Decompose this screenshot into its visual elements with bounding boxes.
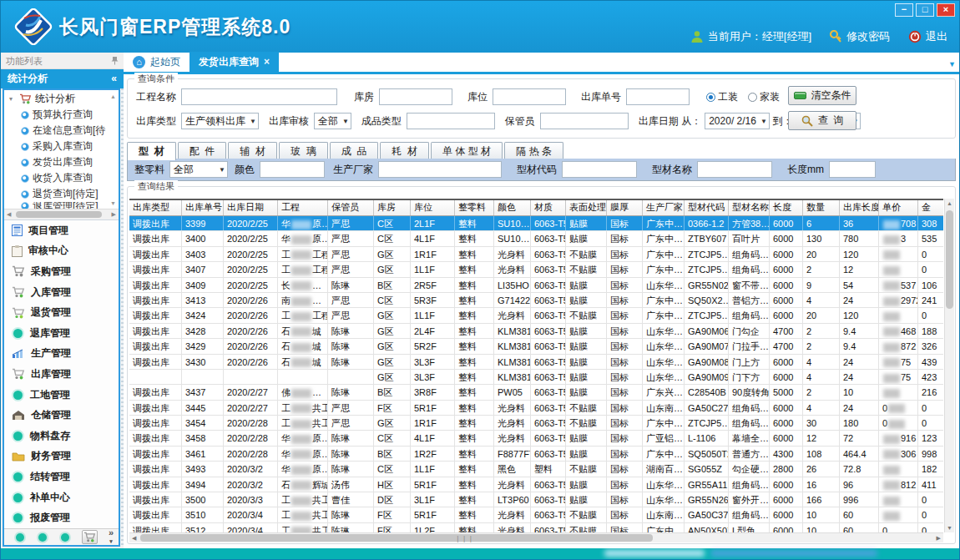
column-header-6[interactable]: 库位	[411, 200, 455, 215]
column-header-14[interactable]: 型材名称	[729, 200, 770, 215]
profile-code-input[interactable]	[562, 161, 637, 178]
table-row[interactable]: 调拨出库34942020/3/2石辉城汤伟H区5R1F整料光身料6063-T5贴…	[129, 477, 943, 492]
sidebar-item-结转管理[interactable]: 结转管理	[4, 467, 119, 487]
sidebar-item-审核中心[interactable]: 审核中心	[4, 241, 119, 262]
tree-item-1[interactable]: 在途信息查询[待	[4, 123, 119, 139]
table-row[interactable]: 调拨出库34282020/2/26石城陈琳G区2L4F整料KLM38176063…	[129, 324, 943, 339]
statistics-section-header[interactable]: 统计分析 «	[1, 69, 124, 88]
material-tab-0[interactable]: 型 材	[127, 142, 176, 160]
table-row[interactable]: 调拨出库34032020/2/25工工程严思G区1R1F整料光身料6063-T5…	[129, 247, 943, 262]
table-row[interactable]: G区3L3F整料KLM38176063-T5贴膜国标山东华…GA90M09…门下…	[129, 370, 943, 385]
tree-horizontal-scrollbar[interactable]: ◀ ▶	[4, 209, 119, 219]
material-tab-3[interactable]: 玻 璃	[279, 142, 328, 159]
horizontal-scrollbar[interactable]: ◀ ❘❘❘ ▶	[129, 532, 943, 542]
logout-button[interactable]: 退出	[908, 29, 947, 44]
table-row[interactable]: 调拨出库34072020/2/25工工程严思G区1L1F整料光身料6063-T5…	[129, 262, 943, 277]
module-dot-icon[interactable]	[16, 533, 24, 542]
column-header-15[interactable]: 长度	[770, 200, 803, 215]
sidebar-item-工地管理[interactable]: 工地管理	[4, 385, 119, 406]
color-input[interactable]	[260, 161, 325, 178]
sidebar-item-物料盘存[interactable]: 物料盘存	[4, 426, 119, 446]
column-header-16[interactable]: 数量	[803, 200, 840, 215]
maximize-button[interactable]: □	[916, 3, 934, 17]
length-input[interactable]	[829, 161, 876, 178]
vertical-scrollbar[interactable]: ▲ ▼	[944, 199, 954, 532]
column-header-1[interactable]: 出库单号	[182, 200, 224, 215]
tree-item-2[interactable]: 采购入库查询	[4, 139, 119, 154]
table-row[interactable]: 调拨出库34612020/2/28华原…陈琳B区1R2F整料F8877FT606…	[129, 446, 943, 462]
product-type-input[interactable]	[407, 113, 495, 129]
scroll-up-icon[interactable]: ▲	[945, 200, 954, 206]
material-tab-2[interactable]: 辅 材	[228, 142, 277, 159]
tab-start-page[interactable]: ⌂ 起始页	[124, 52, 189, 72]
collapse-icon[interactable]: «	[111, 69, 117, 88]
order-no-input[interactable]	[626, 88, 690, 105]
table-row[interactable]: 调拨出库34242020/2/26工工程严思G区1L1F整料光身料6063-T5…	[129, 308, 943, 323]
table-row[interactable]: 调拨出库34542020/2/28工共工程严思G区1R1F整料光身料6063-T…	[129, 416, 943, 431]
column-header-19[interactable]: 金	[918, 200, 943, 215]
tree-expander-icon[interactable]: ▾	[9, 95, 16, 103]
sidebar-item-退货管理[interactable]: 退货管理	[4, 302, 119, 323]
tree-root-statistics[interactable]: ▾ 统计分析	[4, 90, 119, 107]
tab-close-icon[interactable]: ×	[264, 56, 270, 68]
table-row[interactable]: 调拨出库34292020/2/26石城陈琳G区5R2F整料KLM38176063…	[129, 339, 943, 354]
maker-input[interactable]	[378, 161, 502, 178]
module-dot-icon[interactable]	[38, 533, 47, 542]
profile-name-input[interactable]	[697, 161, 772, 178]
table-row[interactable]: 调拨出库34452020/2/27工共工程严思F区5R1F整料光身料6063-T…	[129, 401, 943, 416]
column-header-2[interactable]: 出库日期	[224, 200, 278, 215]
column-header-17[interactable]: 出库长度	[840, 200, 879, 215]
table-row[interactable]: 调拨出库34002020/2/25华原…严思C区4L1F整料SU10…6063-…	[129, 231, 943, 246]
tree-scroll-down-icon[interactable]: ▼	[110, 200, 116, 206]
tree-item-4[interactable]: 收货入库查询	[4, 170, 119, 186]
module-cart-button[interactable]	[82, 530, 98, 544]
table-row[interactable]: 调拨出库34932020/3/2华原…陈琳C区1L1F整料黑色塑料不贴膜国标湖南…	[129, 462, 943, 477]
table-row[interactable]: 调拨出库34092020/2/25长…陈琳B区2R5F整料LI35HO6063-…	[129, 278, 943, 293]
column-header-18[interactable]: 单价	[879, 200, 918, 215]
tree-scroll-up-icon[interactable]: ▲	[110, 93, 116, 99]
table-row[interactable]: 调拨出库35002020/3/3工共工程曹佳D区3L1F整料LT3P606063…	[129, 492, 943, 507]
outbound-audit-combo[interactable]: 全部▼	[314, 113, 351, 129]
table-row[interactable]: 调拨出库33992020/2/25华原…严思C区2L1F整料SU10…6063-…	[129, 216, 943, 231]
date-from-picker[interactable]: 2020/ 2/16▼	[705, 113, 770, 129]
table-row[interactable]: 调拨出库34302020/2/26石城陈琳G区3L3F整料KLM38176063…	[129, 355, 943, 370]
sidebar-item-报废管理[interactable]: 报废管理	[4, 507, 119, 528]
material-tab-5[interactable]: 耗 材	[380, 142, 429, 159]
column-header-8[interactable]: 颜色	[494, 200, 531, 215]
material-tab-7[interactable]: 隔 热 条	[504, 142, 563, 159]
close-button[interactable]: ×	[937, 3, 955, 17]
scroll-down-icon[interactable]: ▼	[945, 525, 954, 531]
scroll-left-icon[interactable]: ◀	[132, 535, 136, 542]
tree-item-3[interactable]: 发货出库查询	[4, 154, 119, 170]
sidebar-item-财务管理[interactable]: 财务管理	[4, 446, 119, 467]
sidebar-item-出库管理[interactable]: 出库管理	[4, 364, 119, 385]
sidebar-item-项目管理[interactable]: 项目管理	[4, 220, 119, 241]
column-header-12[interactable]: 生产厂家	[643, 200, 685, 215]
radio-home[interactable]: 家装	[748, 90, 780, 104]
column-header-5[interactable]: 库房	[374, 200, 411, 215]
column-header-9[interactable]: 材质	[531, 200, 566, 215]
table-row[interactable]: 调拨出库34372020/2/27佛…陈琳B区3R8F整料PW056063-T5…	[129, 385, 943, 400]
pin-icon[interactable]	[111, 56, 119, 65]
column-header-11[interactable]: 膜厚	[607, 200, 643, 215]
table-row[interactable]: 调拨出库35102020/3/4工共工程陈琳F区5R1F整料光身料6063-T5…	[129, 507, 943, 522]
sidebar-item-仓储管理[interactable]: 仓储管理	[4, 405, 119, 426]
table-row[interactable]: 调拨出库35122020/3/4工共工程陈琳F区1L2F整料光身料6063-T5…	[129, 523, 943, 532]
scroll-right-icon[interactable]: ▶	[937, 535, 941, 542]
scroll-right-icon[interactable]: ▶	[112, 211, 116, 218]
clear-conditions-button[interactable]: 清空条件	[788, 86, 856, 105]
column-header-4[interactable]: 保管员	[328, 200, 374, 215]
keeper-input[interactable]	[540, 113, 629, 129]
tree-scroll-thumb[interactable]	[16, 211, 102, 218]
overflow-chevron[interactable]: »▾	[109, 529, 114, 545]
tree-item-0[interactable]: 预算执行查询	[4, 107, 119, 123]
change-password-button[interactable]: 修改密码	[830, 29, 890, 44]
location-input[interactable]	[493, 88, 566, 105]
table-row[interactable]: 调拨出库34132020/2/26南…严思C区5R3F整料G714226063-…	[129, 293, 943, 308]
material-tab-6[interactable]: 单 体 型 材	[431, 142, 503, 159]
tab-list-dropdown-icon[interactable]: ▼	[948, 60, 956, 68]
column-header-3[interactable]: 工程	[278, 200, 328, 215]
column-header-7[interactable]: 整零料	[455, 200, 494, 215]
sidebar-item-补单中心[interactable]: 补单中心	[4, 487, 119, 508]
hscroll-thumb[interactable]	[140, 534, 653, 542]
